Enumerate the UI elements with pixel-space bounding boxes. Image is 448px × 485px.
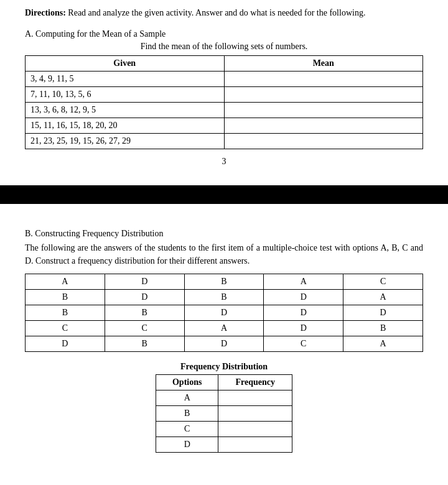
answer-cell: D (184, 305, 264, 321)
section-b-description: The following are the answers of the stu… (25, 241, 423, 267)
table-row: ADBAC (26, 274, 423, 290)
mean-table-header-row: Given Mean (26, 56, 423, 72)
section-a-title: A. Computing for the Mean of a Sample (25, 29, 423, 39)
answer-cell: B (105, 336, 184, 352)
freq-table-header-row: Options Frequency (156, 375, 292, 390)
list-item: C (156, 422, 292, 437)
section-b: B. Constructing Frequency Distribution T… (25, 229, 423, 453)
answer-cell: D (264, 290, 343, 305)
section-b-title: B. Constructing Frequency Distribution (25, 229, 423, 239)
answers-table: ADBACBDBDABBDDDCCADBDBDCA (25, 274, 423, 352)
mean-cell[interactable] (224, 72, 423, 87)
table-row: 21, 23, 25, 19, 15, 26, 27, 29 (26, 134, 423, 149)
table-row: 7, 11, 10, 13, 5, 6 (26, 87, 423, 103)
list-item: D (156, 437, 292, 453)
section-b-container: B. Constructing Frequency Distribution T… (0, 204, 448, 465)
option-cell: B (156, 406, 218, 422)
mean-cell[interactable] (224, 118, 423, 134)
answer-cell: D (343, 305, 423, 321)
given-cell: 7, 11, 10, 13, 5, 6 (26, 87, 225, 103)
freq-table-body: ABCD (156, 390, 292, 453)
frequency-cell[interactable] (218, 390, 292, 406)
answer-cell: D (105, 290, 184, 305)
given-cell: 13, 3, 6, 8, 12, 9, 5 (26, 103, 225, 118)
directions-text: Directions: Read and analyze the given a… (25, 6, 423, 19)
answer-cell: A (184, 321, 264, 336)
answer-cell: A (343, 290, 423, 305)
answer-cell: B (26, 305, 105, 321)
option-cell: A (156, 390, 218, 406)
frequency-cell[interactable] (218, 422, 292, 437)
table-row: DBDCA (26, 336, 423, 352)
given-header: Given (26, 56, 225, 72)
answer-cell: C (105, 321, 184, 336)
frequency-cell[interactable] (218, 437, 292, 453)
table-row: BDBDA (26, 290, 423, 305)
directions-section: Directions: Read and analyze the given a… (25, 6, 423, 19)
option-cell: C (156, 422, 218, 437)
answer-cell: A (343, 336, 423, 352)
mean-cell[interactable] (224, 103, 423, 118)
options-header: Options (156, 375, 218, 390)
answer-cell: D (105, 274, 184, 290)
freq-dist-section: Frequency Distribution Options Frequency… (25, 362, 423, 453)
answer-cell: B (343, 321, 423, 336)
page-number: 3 (25, 157, 423, 167)
answer-cell: B (184, 290, 264, 305)
answers-table-body: ADBACBDBDABBDDDCCADBDBDCA (26, 274, 423, 352)
mean-table: Given Mean 3, 4, 9, 11, 57, 11, 10, 13, … (25, 55, 423, 149)
answer-cell: B (26, 290, 105, 305)
answer-cell: D (264, 305, 343, 321)
answer-cell: A (264, 274, 343, 290)
list-item: B (156, 406, 292, 422)
answer-cell: C (26, 321, 105, 336)
answer-cell: A (26, 274, 105, 290)
answer-cell: C (264, 336, 343, 352)
table-row: 3, 4, 9, 11, 5 (26, 72, 423, 87)
find-mean-subtitle: Find the mean of the following sets of n… (25, 42, 423, 52)
answer-cell: B (105, 305, 184, 321)
given-cell: 3, 4, 9, 11, 5 (26, 72, 225, 87)
mean-cell[interactable] (224, 87, 423, 103)
section-a: A. Computing for the Mean of a Sample Fi… (25, 29, 423, 167)
frequency-header: Frequency (218, 375, 292, 390)
directions-body: Read and analyze the given activity. Ans… (66, 8, 366, 17)
answer-cell: D (26, 336, 105, 352)
directions-label: Directions: (25, 8, 66, 17)
frequency-cell[interactable] (218, 406, 292, 422)
table-row: 15, 11, 16, 15, 18, 20, 20 (26, 118, 423, 134)
answer-cell: D (184, 336, 264, 352)
page-container: Directions: Read and analyze the given a… (0, 0, 448, 185)
mean-cell[interactable] (224, 134, 423, 149)
answer-cell: C (343, 274, 423, 290)
list-item: A (156, 390, 292, 406)
table-row: 13, 3, 6, 8, 12, 9, 5 (26, 103, 423, 118)
answer-cell: B (184, 274, 264, 290)
table-row: CCADB (26, 321, 423, 336)
freq-dist-title: Frequency Distribution (180, 362, 268, 372)
table-row: BBDDD (26, 305, 423, 321)
black-bar (0, 185, 448, 204)
mean-table-body: 3, 4, 9, 11, 57, 11, 10, 13, 5, 613, 3, … (26, 72, 423, 149)
given-cell: 21, 23, 25, 19, 15, 26, 27, 29 (26, 134, 225, 149)
option-cell: D (156, 437, 218, 453)
freq-table: Options Frequency ABCD (156, 374, 292, 453)
given-cell: 15, 11, 16, 15, 18, 20, 20 (26, 118, 225, 134)
answer-cell: D (264, 321, 343, 336)
mean-header: Mean (224, 56, 423, 72)
